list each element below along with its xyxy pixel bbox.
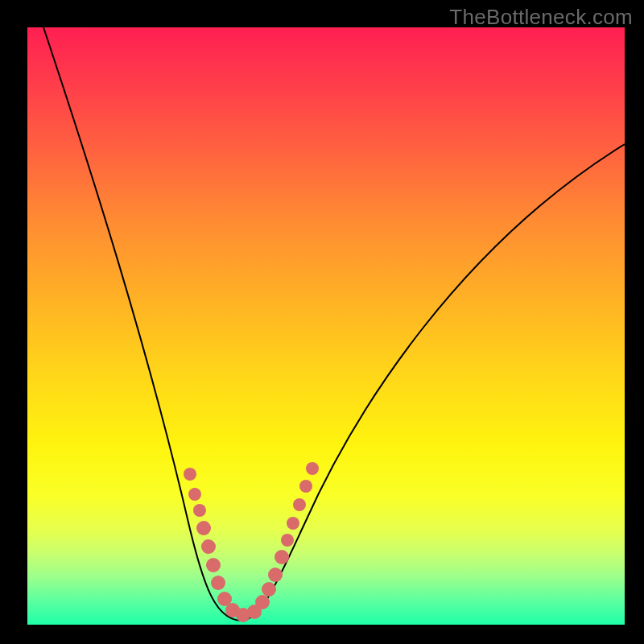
bead [184,468,196,481]
watermark-text: TheBottleneck.com [449,5,633,30]
bead [306,462,319,475]
bead [299,480,312,493]
bead [201,539,216,554]
bead [268,568,283,582]
bead [293,498,306,511]
bead-cluster [184,462,319,622]
bead [255,595,270,609]
bead [281,534,294,547]
bead [287,517,299,530]
bead [188,488,201,501]
bead [211,576,225,590]
bead [206,558,221,572]
bead [196,521,211,535]
chart-frame: TheBottleneck.com [0,0,644,644]
bead [193,504,206,517]
bottleneck-curve [43,27,625,621]
bead [275,550,289,564]
curve-overlay [27,27,625,625]
bead [262,582,276,597]
plot-area [27,27,625,625]
